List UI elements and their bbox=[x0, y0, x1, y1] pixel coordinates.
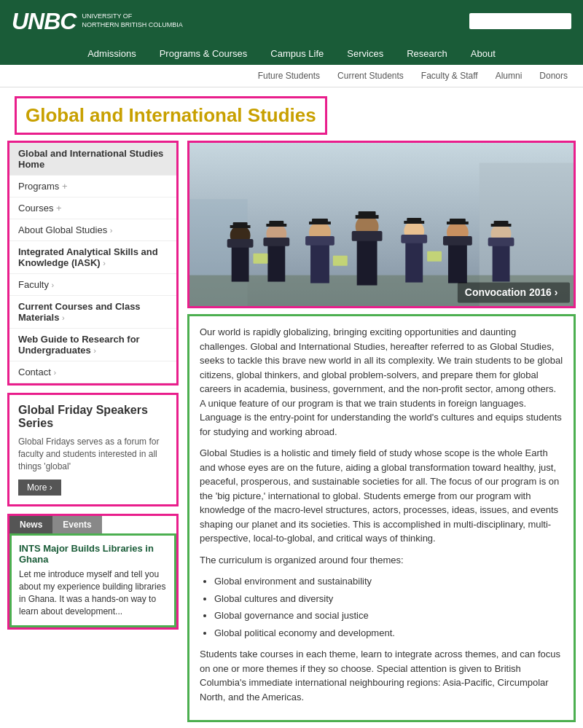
svg-rect-10 bbox=[267, 244, 285, 282]
nav-campus-life[interactable]: Campus Life bbox=[259, 42, 335, 65]
university-name: UNIVERSITY OF NORTHERN BRITISH COLUMBIA bbox=[82, 12, 182, 29]
logo-area: UNBC UNIVERSITY OF NORTHERN BRITISH COLU… bbox=[12, 9, 183, 33]
sidebar-faculty-link[interactable]: Faculty › bbox=[9, 274, 176, 296]
news-tab-events[interactable]: Events bbox=[52, 516, 101, 533]
content-wrapper: Global and International Studies Home Pr… bbox=[0, 141, 583, 728]
svg-rect-35 bbox=[493, 244, 510, 282]
main-para-1: Our world is rapidly globalizing, bringi… bbox=[200, 325, 563, 439]
nav-programs-courses[interactable]: Programs & Courses bbox=[148, 42, 259, 65]
speakers-description: Global Fridays serves as a forum for fac… bbox=[18, 436, 168, 472]
speakers-more-button[interactable]: More › bbox=[18, 480, 61, 496]
sidebar-item-about[interactable]: About Global Studies › bbox=[9, 219, 176, 241]
nav-admissions[interactable]: Admissions bbox=[76, 42, 147, 65]
hero-photo: Convocation 2016 › bbox=[189, 143, 574, 306]
search-input[interactable] bbox=[469, 13, 571, 29]
news-headline-link[interactable]: INTS Major Builds Libraries in Ghana bbox=[19, 543, 154, 565]
nav-faculty-staff[interactable]: Faculty & Staff bbox=[413, 68, 486, 84]
svg-rect-11 bbox=[263, 238, 289, 246]
nav-future-students[interactable]: Future Students bbox=[250, 68, 328, 84]
sidebar-item-iask[interactable]: Integrated Analytical Skills and Knowled… bbox=[9, 241, 176, 274]
page-title-box: Global and International Studies bbox=[15, 96, 327, 135]
nav-alumni[interactable]: Alumni bbox=[488, 68, 531, 84]
main-para-2: Global Studies is a holistic and timely … bbox=[200, 446, 563, 546]
svg-rect-38 bbox=[494, 221, 509, 225]
secondary-nav: Future Students Current Students Faculty… bbox=[0, 65, 583, 87]
svg-rect-36 bbox=[488, 238, 514, 246]
speakers-box: Global Friday Speakers Series Global Fri… bbox=[7, 393, 179, 506]
svg-rect-31 bbox=[443, 236, 472, 246]
svg-rect-15 bbox=[310, 243, 329, 283]
svg-rect-33 bbox=[450, 219, 466, 223]
svg-rect-20 bbox=[357, 238, 377, 286]
svg-rect-6 bbox=[227, 239, 254, 248]
nav-current-students[interactable]: Current Students bbox=[329, 68, 412, 84]
sidebar-item-contact[interactable]: Contact › bbox=[9, 361, 176, 383]
news-content: INTS Major Builds Libraries in Ghana Let… bbox=[9, 533, 176, 627]
theme-item-3: Global governance and social justice bbox=[214, 608, 563, 623]
svg-rect-30 bbox=[448, 243, 467, 283]
svg-rect-16 bbox=[305, 236, 334, 246]
sidebar-item-faculty[interactable]: Faculty › bbox=[9, 274, 176, 296]
sidebar-home[interactable]: Global and International Studies Home bbox=[9, 143, 176, 176]
unbc-logo: UNBC bbox=[12, 9, 76, 33]
sidebar-home-link[interactable]: Global and International Studies Home bbox=[9, 143, 176, 176]
sidebar-about-link[interactable]: About Global Studies › bbox=[9, 219, 176, 241]
theme-item-1: Global environment and sustainability bbox=[214, 574, 563, 589]
news-tab-news[interactable]: News bbox=[9, 516, 52, 533]
left-sidebar: Global and International Studies Home Pr… bbox=[7, 141, 179, 722]
theme-item-2: Global cultures and diversity bbox=[214, 592, 563, 606]
news-headline: INTS Major Builds Libraries in Ghana bbox=[19, 543, 167, 565]
svg-rect-28 bbox=[407, 218, 421, 222]
speakers-title: Global Friday Speakers Series bbox=[18, 404, 168, 430]
text-content: Our world is rapidly globalizing, bringi… bbox=[187, 314, 576, 722]
sidebar-item-courses[interactable]: Courses + bbox=[9, 197, 176, 219]
svg-rect-5 bbox=[232, 246, 249, 282]
svg-rect-13 bbox=[269, 221, 283, 225]
main-content: Convocation 2016 › Our world is rapidly … bbox=[179, 141, 576, 722]
sidebar-iask-link[interactable]: Integrated Analytical Skills and Knowled… bbox=[9, 241, 176, 274]
svg-rect-18 bbox=[312, 219, 328, 223]
sidebar-nav: Global and International Studies Home Pr… bbox=[7, 141, 179, 385]
sidebar-contact-link[interactable]: Contact › bbox=[9, 361, 176, 383]
sidebar-item-current-courses[interactable]: Current Courses and Class Materials › bbox=[9, 296, 176, 329]
theme-list: Global environment and sustainability Gl… bbox=[214, 574, 563, 640]
news-box: News Events INTS Major Builds Libraries … bbox=[7, 514, 179, 629]
main-para-4: Students take courses in each theme, lea… bbox=[200, 647, 563, 704]
hero-image-box: Convocation 2016 › bbox=[187, 141, 576, 308]
svg-rect-39 bbox=[254, 254, 268, 264]
news-body: Let me introduce myself and tell you abo… bbox=[19, 568, 167, 617]
page-title: Global and International Studies bbox=[26, 104, 316, 127]
main-nav: Admissions Programs & Courses Campus Lif… bbox=[0, 42, 583, 65]
sidebar-current-courses-link[interactable]: Current Courses and Class Materials › bbox=[9, 296, 176, 329]
svg-rect-26 bbox=[401, 235, 427, 243]
sidebar-courses-link[interactable]: Courses + bbox=[9, 197, 176, 219]
svg-rect-8 bbox=[233, 222, 248, 227]
nav-research[interactable]: Research bbox=[395, 42, 459, 65]
svg-text:Convocation 2016  ›: Convocation 2016 › bbox=[465, 286, 558, 298]
svg-rect-23 bbox=[359, 211, 376, 216]
top-bar: UNBC UNIVERSITY OF NORTHERN BRITISH COLU… bbox=[0, 0, 583, 42]
theme-item-4: Global political economy and development… bbox=[214, 626, 563, 641]
sidebar-programs-link[interactable]: Programs + bbox=[9, 176, 176, 197]
nav-about[interactable]: About bbox=[459, 42, 507, 65]
svg-rect-21 bbox=[352, 231, 383, 241]
svg-rect-41 bbox=[427, 251, 442, 262]
sidebar-item-programs[interactable]: Programs + bbox=[9, 176, 176, 197]
sidebar-item-web-guide[interactable]: Web Guide to Research for Undergraduates… bbox=[9, 329, 176, 361]
main-para-3: The curriculum is organized around four … bbox=[200, 553, 563, 568]
svg-rect-25 bbox=[405, 241, 423, 283]
sidebar-web-guide-link[interactable]: Web Guide to Research for Undergraduates… bbox=[9, 329, 176, 361]
nav-donors[interactable]: Donors bbox=[531, 68, 576, 84]
nav-services[interactable]: Services bbox=[335, 42, 395, 65]
svg-rect-40 bbox=[333, 256, 348, 266]
news-tabs: News Events bbox=[9, 516, 176, 533]
